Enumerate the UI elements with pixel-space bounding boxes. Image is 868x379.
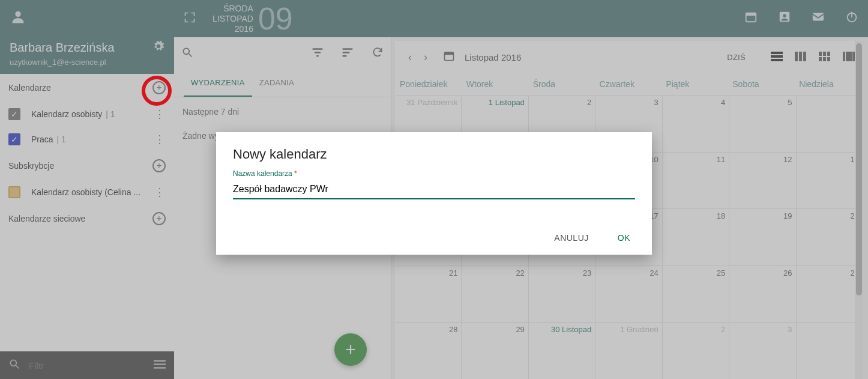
field-label: Nazwa kalendarza *	[233, 169, 635, 178]
new-calendar-dialog: Nowy kalendarz Nazwa kalendarza * ANULUJ…	[216, 132, 652, 255]
calendar-name-input[interactable]	[233, 180, 635, 199]
dialog-title: Nowy kalendarz	[233, 147, 635, 162]
ok-button[interactable]: OK	[618, 233, 630, 243]
cancel-button[interactable]: ANULUJ	[554, 233, 588, 243]
